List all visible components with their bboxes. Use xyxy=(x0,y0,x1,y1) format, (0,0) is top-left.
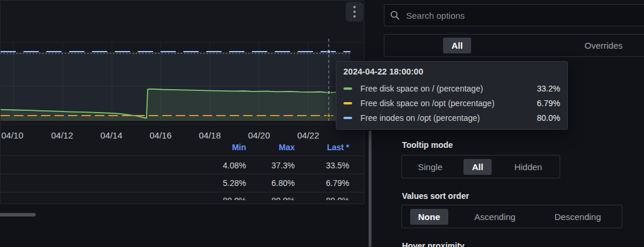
x-tick-04-18: 04/18 xyxy=(199,130,221,140)
horizontal-scrollbar-thumb[interactable] xyxy=(0,213,36,216)
series-label: Free disk space on / (percentage) xyxy=(360,84,527,93)
x-tick-04-20: 04/20 xyxy=(248,130,270,140)
tooltip-mode-label: Hidden xyxy=(506,159,551,175)
values-sort-ascending[interactable]: Ascending xyxy=(456,205,534,228)
x-tick-04-10: 04/10 xyxy=(1,130,23,140)
hover-proximity-label: Hover proximity xyxy=(402,241,465,247)
series-label: Free disk space on /opt (percentage) xyxy=(360,99,527,108)
tooltip-row: Free disk space on /opt (percentage)6.79… xyxy=(343,96,560,110)
x-tick-04-16: 04/16 xyxy=(149,130,172,140)
timeseries-panel: 04/1004/1204/1404/1604/1804/2004/22 MinM… xyxy=(0,0,364,204)
legend-row-clipped: 80.0%80.0%80.0% xyxy=(1,192,364,200)
values-sort-none[interactable]: None xyxy=(402,205,456,228)
tab-overrides[interactable]: Overrides xyxy=(530,35,644,56)
values-sort-label: Descending xyxy=(546,209,609,225)
tab-label: Overrides xyxy=(576,38,631,53)
timeseries-chart[interactable] xyxy=(1,36,364,125)
tab-all[interactable]: All xyxy=(384,35,530,56)
search-options-box xyxy=(384,4,644,26)
series-label: Free inodes on /opt (percentage) xyxy=(360,113,527,123)
tab-label: All xyxy=(443,38,471,53)
legend-value: 80.0% xyxy=(193,196,246,200)
x-tick-04-14: 04/14 xyxy=(100,130,122,140)
kebab-dot xyxy=(353,15,356,18)
legend-value: 33.5% xyxy=(297,161,349,170)
options-tabs: AllOverrides xyxy=(384,34,644,57)
series-color-swatch xyxy=(343,102,352,104)
panel-menu-button[interactable] xyxy=(346,2,363,22)
tooltip-mode-single[interactable]: Single xyxy=(402,155,458,178)
legend-value: 37.3% xyxy=(242,161,295,170)
values-sort-label: Ascending xyxy=(466,209,524,225)
series-value: 33.2% xyxy=(537,84,560,93)
tooltip-mode-label: All xyxy=(464,159,491,175)
tooltip-row: Free disk space on / (percentage)33.2% xyxy=(343,81,560,96)
legend-value: 6.80% xyxy=(242,178,295,188)
tooltip-mode-all[interactable]: All xyxy=(458,155,497,178)
values-sort-label: None xyxy=(410,209,449,225)
legend-value: 80.0% xyxy=(242,196,295,200)
series-value: 80.0% xyxy=(537,113,560,123)
series-value: 6.79% xyxy=(537,99,560,108)
series-color-swatch xyxy=(343,87,352,90)
panel-editor-root: 04/1004/1204/1404/1604/1804/2004/22 MinM… xyxy=(0,0,644,247)
tooltip-mode-label: Tooltip mode xyxy=(402,140,453,150)
tooltip-mode-label: Single xyxy=(410,159,451,175)
legend-col-0[interactable]: Min xyxy=(193,143,246,152)
legend-separator xyxy=(1,174,364,174)
legend-separator xyxy=(1,155,364,156)
values-sort-order-label: Values sort order xyxy=(402,191,469,201)
series-color-swatch xyxy=(343,117,352,119)
kebab-dot xyxy=(353,6,356,8)
search-icon xyxy=(390,11,400,20)
search-options-input[interactable] xyxy=(405,10,644,21)
legend-value: 80.0% xyxy=(297,196,349,200)
legend-col-2[interactable]: Last * xyxy=(297,143,349,152)
chart-tooltip: 2024-04-22 18:00:00 Free disk space on /… xyxy=(336,61,568,130)
values-sort-descending[interactable]: Descending xyxy=(534,205,622,228)
tooltip-mode-group: SingleAllHidden xyxy=(401,155,560,178)
options-scrollbar-thumb[interactable] xyxy=(369,130,372,247)
legend-value: 6.79% xyxy=(297,178,349,188)
tooltip-row: Free inodes on /opt (percentage)80.0% xyxy=(343,110,560,125)
tooltip-timestamp: 2024-04-22 18:00:00 xyxy=(343,67,560,76)
x-tick-04-12: 04/12 xyxy=(51,130,73,140)
legend-value: 4.08% xyxy=(193,161,246,170)
legend-value: 5.28% xyxy=(193,178,246,188)
tooltip-rows: Free disk space on / (percentage)33.2%Fr… xyxy=(343,81,560,125)
tooltip-mode-hidden[interactable]: Hidden xyxy=(497,155,560,178)
values-sort-order-group: NoneAscendingDescending xyxy=(401,205,622,228)
x-tick-04-22: 04/22 xyxy=(297,130,319,140)
kebab-dot xyxy=(353,11,356,13)
legend-col-1[interactable]: Max xyxy=(242,143,295,152)
